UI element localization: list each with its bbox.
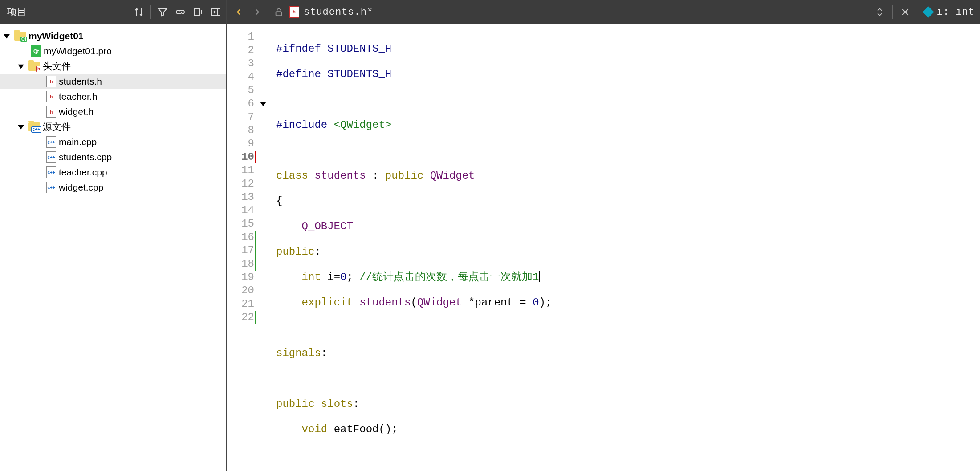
line-number[interactable]: 7 [227, 110, 254, 124]
cpp-file-icon: c++ [46, 136, 56, 148]
split-add-icon[interactable] [192, 6, 204, 18]
code-area[interactable]: #ifndef STUDENTS_H #define STUDENTS_H #i… [268, 24, 980, 471]
change-marker-unsaved [255, 151, 256, 163]
file-label: widget.cpp [59, 182, 103, 193]
fold-spacer [258, 311, 268, 324]
file-switcher-icon[interactable] [874, 6, 886, 18]
change-marker-saved [255, 244, 256, 257]
fold-spacer [258, 244, 268, 257]
symbol-icon [923, 6, 934, 17]
line-number[interactable]: 17 [227, 244, 254, 257]
line-number[interactable]: 3 [227, 57, 254, 70]
link-icon[interactable] [174, 6, 187, 18]
chevron-down-icon[interactable] [2, 31, 12, 41]
code-line[interactable]: #include <QWidget> [276, 118, 980, 132]
change-marker-saved [255, 257, 256, 271]
fold-column[interactable] [258, 24, 268, 471]
symbol-text: i: int [937, 7, 975, 18]
line-number[interactable]: 9 [227, 137, 254, 150]
line-number[interactable]: 8 [227, 124, 254, 137]
filter-icon[interactable] [156, 6, 169, 18]
tree-folder-sources[interactable]: c++ 源文件 [0, 119, 226, 134]
fold-toggle-icon[interactable] [258, 97, 268, 110]
tree-item-pro[interactable]: Qt myWidget01.pro [0, 44, 226, 59]
code-line[interactable] [276, 372, 980, 386]
tree-item-source[interactable]: c++ widget.cpp [0, 180, 226, 195]
nav-back-button[interactable] [232, 5, 246, 19]
code-line[interactable]: int i=0; //统计点击的次数，每点击一次就加1 [276, 271, 980, 284]
separator [892, 5, 893, 19]
symbol-chip[interactable]: i: int [924, 7, 975, 18]
project-tree[interactable]: Qt myWidget01 Qt myWidget01.pro h 头文件 h … [0, 24, 226, 471]
editor-body[interactable]: 12345678910111213141516171819202122 #ifn… [227, 24, 980, 471]
open-file-name: students.h* [304, 7, 373, 18]
cpp-file-icon: c++ [46, 182, 56, 193]
line-number[interactable]: 18 [227, 257, 254, 271]
fold-spacer [258, 177, 268, 191]
code-line[interactable] [276, 321, 980, 335]
line-number[interactable]: 6 [227, 97, 254, 110]
code-line[interactable]: public: [276, 245, 980, 259]
code-line[interactable]: signals: [276, 347, 980, 360]
line-number[interactable]: 21 [227, 297, 254, 311]
chevron-down-icon[interactable] [16, 122, 26, 132]
code-line[interactable]: Q_OBJECT [276, 220, 980, 233]
code-line[interactable]: class students : public QWidget [276, 169, 980, 183]
code-line[interactable]: explicit students(QWidget *parent = 0); [276, 296, 980, 309]
code-line[interactable]: #ifndef STUDENTS_H [276, 42, 980, 56]
tree-item-source[interactable]: c++ students.cpp [0, 150, 226, 165]
tree-item-header[interactable]: h students.h [0, 74, 226, 89]
fold-spacer [258, 84, 268, 97]
change-marker-saved [255, 311, 256, 324]
line-number[interactable]: 14 [227, 204, 254, 217]
fold-spacer [258, 70, 268, 84]
line-number-gutter[interactable]: 12345678910111213141516171819202122 [227, 24, 258, 471]
sidebar-title: 项目 [7, 5, 133, 19]
lock-icon[interactable] [272, 6, 285, 18]
panel-collapse-icon[interactable] [210, 6, 222, 18]
tree-item-header[interactable]: h teacher.h [0, 89, 226, 104]
tree-item-header[interactable]: h widget.h [0, 104, 226, 119]
line-number[interactable]: 22 [227, 311, 254, 324]
line-number[interactable]: 2 [227, 44, 254, 57]
code-line[interactable] [276, 144, 980, 157]
file-label: students.cpp [59, 152, 112, 162]
code-line[interactable]: void eatFood(); [276, 423, 980, 436]
line-number[interactable]: 12 [227, 177, 254, 191]
sidebar-sort-icon[interactable] [133, 6, 145, 18]
tree-root-project[interactable]: Qt myWidget01 [0, 28, 226, 44]
code-line[interactable] [276, 93, 980, 106]
line-number[interactable]: 16 [227, 231, 254, 244]
close-file-button[interactable] [899, 6, 911, 18]
line-number[interactable]: 4 [227, 70, 254, 84]
chevron-down-icon[interactable] [16, 61, 26, 71]
separator [918, 5, 918, 19]
editor-header: h students.h* i: int [227, 0, 980, 24]
svg-marker-4 [18, 125, 24, 130]
folder-icon: Qt [14, 32, 26, 41]
line-number[interactable]: 15 [227, 217, 254, 231]
h-file-icon: h [289, 6, 299, 18]
fold-spacer [258, 30, 268, 44]
project-sidebar: 项目 [0, 0, 227, 471]
line-number[interactable]: 5 [227, 84, 254, 97]
tree-item-source[interactable]: c++ main.cpp [0, 134, 226, 150]
line-number[interactable]: 11 [227, 164, 254, 177]
code-line[interactable]: #define STUDENTS_H [276, 68, 980, 81]
tree-folder-headers[interactable]: h 头文件 [0, 59, 226, 74]
code-line[interactable]: public slots: [276, 398, 980, 411]
svg-marker-3 [18, 65, 24, 69]
line-number[interactable]: 1 [227, 30, 254, 44]
code-line[interactable]: { [276, 195, 980, 208]
line-number[interactable]: 13 [227, 191, 254, 204]
line-number[interactable]: 20 [227, 284, 254, 297]
project-name: myWidget01 [28, 31, 84, 41]
open-file-tab[interactable]: h students.h* [289, 6, 373, 18]
fold-spacer [258, 231, 268, 244]
line-number[interactable]: 19 [227, 271, 254, 284]
code-line[interactable] [276, 448, 980, 462]
nav-forward-button[interactable] [250, 5, 264, 19]
line-number[interactable]: 10 [227, 150, 254, 164]
tree-item-source[interactable]: c++ teacher.cpp [0, 165, 226, 180]
fold-spacer [258, 124, 268, 137]
